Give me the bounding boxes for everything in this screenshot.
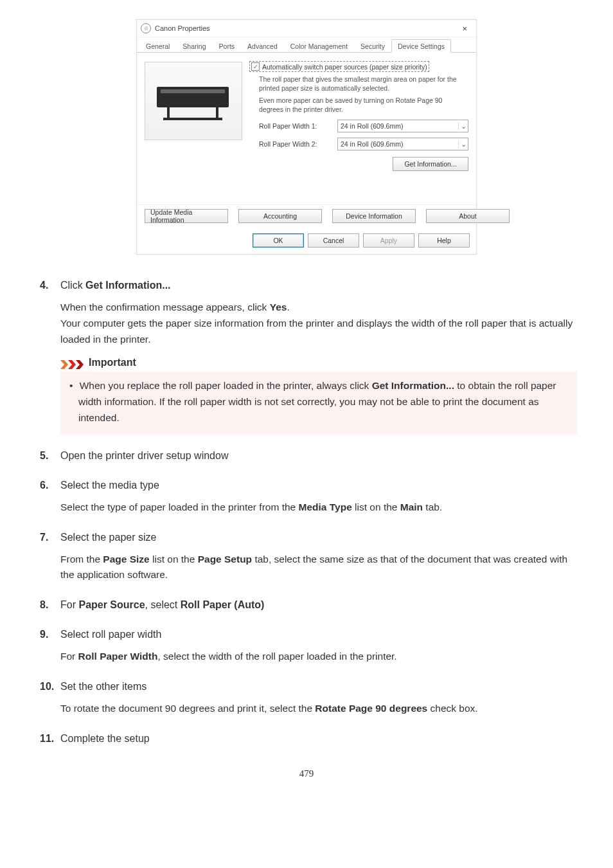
- step6-mid: list on the: [352, 502, 400, 512]
- step11-title: Complete the setup: [60, 731, 577, 746]
- important-chevron-icon: [60, 358, 85, 367]
- step-7: Select the paper size From the Page Size…: [36, 530, 577, 584]
- step6-post: tab.: [423, 502, 442, 512]
- printer-app-icon: ⎙: [141, 23, 151, 33]
- step4-body2: Your computer gets the paper size inform…: [60, 316, 577, 348]
- step-8: For Paper Source, select Roll Paper (Aut…: [36, 597, 577, 613]
- step6-pre: Select the type of paper loaded in the p…: [60, 502, 299, 512]
- help-button[interactable]: Help: [418, 233, 470, 248]
- step10-b1: Rotate Page 90 degrees: [315, 703, 427, 714]
- ok-button[interactable]: OK: [253, 233, 304, 248]
- update-media-info-button[interactable]: Update Media Information: [145, 209, 228, 223]
- tab-security[interactable]: Security: [354, 39, 391, 53]
- dialog-titlebar: ⎙ Canon Properties ×: [137, 20, 476, 37]
- printer-preview-image: [145, 62, 242, 140]
- tab-ports[interactable]: Ports: [213, 39, 242, 53]
- get-information-button[interactable]: Get Information...: [393, 157, 468, 171]
- step6-title: Select the media type: [60, 478, 577, 493]
- step4-pre: Click: [60, 280, 85, 291]
- step6-b1: Media Type: [299, 502, 352, 512]
- cancel-button[interactable]: Cancel: [308, 233, 359, 248]
- device-information-button[interactable]: Device Information: [332, 209, 416, 223]
- dialog-tabs: General Sharing Ports Advanced Color Man…: [137, 39, 476, 53]
- chevron-down-icon: ⌄: [458, 140, 468, 148]
- important-header-text: Important: [89, 355, 136, 370]
- step4-body-pre: When the confirmation message appears, c…: [60, 302, 270, 312]
- step10-title: Set the other items: [60, 679, 577, 694]
- roll1-value: 24 in Roll (609.6mm): [338, 122, 458, 130]
- tab-device-settings[interactable]: Device Settings: [391, 39, 451, 53]
- important-bullet-bold: Get Information...: [372, 380, 454, 391]
- step4-bold: Get Information...: [85, 280, 170, 291]
- checkbox-checked-icon: ✓: [251, 62, 260, 71]
- apply-button[interactable]: Apply: [363, 233, 414, 248]
- auto-switch-label: Automatically switch paper sources (pape…: [262, 63, 427, 71]
- svg-marker-0: [60, 360, 68, 369]
- tab-color-management[interactable]: Color Management: [284, 39, 354, 53]
- accounting-button[interactable]: Accounting: [238, 209, 322, 223]
- step5-title: Open the printer driver setup window: [60, 448, 577, 464]
- step7-b1: Page Size: [103, 554, 149, 565]
- important-box: Important When you replace the roll pape…: [60, 355, 577, 433]
- tab-advanced[interactable]: Advanced: [241, 39, 284, 53]
- dialog-preview: [145, 62, 245, 199]
- step8-mid: , select: [145, 599, 181, 610]
- help-text-2: Even more paper can be saved by turning …: [250, 96, 468, 114]
- step4-body-post: .: [287, 302, 289, 312]
- page-number: 479: [36, 768, 577, 779]
- tab-sharing[interactable]: Sharing: [176, 39, 212, 53]
- step7-mid: list on the: [150, 554, 198, 565]
- step10-pre: To rotate the document 90 degrees and pr…: [60, 703, 315, 714]
- step9-b1: Roll Paper Width: [78, 651, 158, 662]
- step-5: Open the printer driver setup window: [36, 448, 577, 464]
- step9-title: Select roll paper width: [60, 627, 577, 642]
- important-bullet: When you replace the roll paper loaded i…: [78, 378, 568, 426]
- about-button[interactable]: About: [426, 209, 510, 223]
- step-9: Select roll paper width For Roll Paper W…: [36, 627, 577, 665]
- step-10: Set the other items To rotate the docume…: [36, 679, 577, 717]
- step9-post: , select the width of the roll paper loa…: [157, 651, 396, 662]
- chevron-down-icon: ⌄: [458, 122, 468, 130]
- step8-b2: Roll Paper (Auto): [181, 599, 265, 610]
- tab-general[interactable]: General: [139, 39, 176, 53]
- step9-pre: For: [60, 651, 78, 662]
- roll2-combo[interactable]: 24 in Roll (609.6mm) ⌄: [337, 138, 468, 150]
- svg-marker-2: [76, 360, 84, 369]
- step10-post: check box.: [427, 703, 477, 714]
- step-11: Complete the setup: [36, 731, 577, 746]
- step4-body-bold: Yes: [270, 302, 287, 312]
- step8-b1: Paper Source: [78, 599, 145, 610]
- auto-switch-checkbox-row[interactable]: ✓ Automatically switch paper sources (pa…: [250, 62, 429, 71]
- step-6: Select the media type Select the type of…: [36, 478, 577, 516]
- roll1-label: Roll Paper Width 1:: [259, 122, 337, 130]
- roll2-value: 24 in Roll (609.6mm): [338, 140, 458, 148]
- step8-pre: For: [60, 599, 78, 610]
- dialog-window: ⎙ Canon Properties × General Sharing Por…: [136, 19, 477, 255]
- step6-b2: Main: [400, 502, 423, 512]
- step7-b2: Page Setup: [198, 554, 252, 565]
- step-4: Click Get Information... When the confir…: [36, 278, 577, 434]
- step7-title: Select the paper size: [60, 530, 577, 545]
- help-text-1: The roll paper that gives the smallest m…: [250, 75, 468, 93]
- close-icon[interactable]: ×: [457, 23, 472, 35]
- roll2-label: Roll Paper Width 2:: [259, 140, 337, 148]
- roll1-combo[interactable]: 24 in Roll (609.6mm) ⌄: [337, 120, 468, 132]
- svg-marker-1: [68, 360, 76, 369]
- step7-pre: From the: [60, 554, 103, 565]
- important-bullet-pre: When you replace the roll paper loaded i…: [80, 380, 372, 391]
- dialog-title: Canon Properties: [155, 24, 210, 32]
